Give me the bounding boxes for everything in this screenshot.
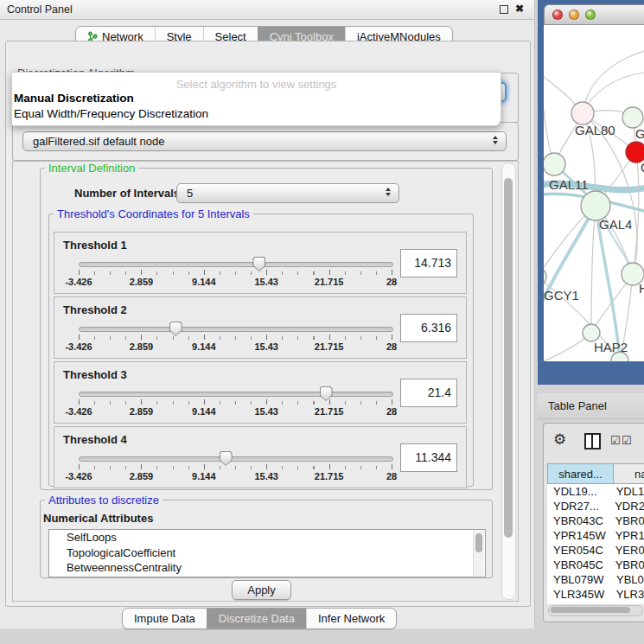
cell-name: YLR3 xyxy=(614,588,644,601)
apply-button[interactable]: Apply xyxy=(232,580,291,600)
network-window-titlebar[interactable] xyxy=(544,4,644,25)
table-row[interactable]: YIL052CYIL0 xyxy=(547,602,644,604)
cell-name: YBR0 xyxy=(613,514,644,527)
close-traffic-light-icon[interactable] xyxy=(552,10,563,20)
node-label: GAL4 xyxy=(599,217,632,232)
vertical-scrollbar-thumb[interactable] xyxy=(504,178,513,538)
tab-label: Impute Data xyxy=(134,612,195,625)
cell-shared-name: YDL19... xyxy=(547,485,614,498)
interval-definition-title: Interval Definition xyxy=(45,162,138,175)
table-panel-title: Table Panel xyxy=(548,399,607,412)
threshold-row: Threshold 2-3.4262.8599.14415.4321.71528… xyxy=(54,296,467,359)
threshold-value-field[interactable]: 6.316 xyxy=(400,314,457,342)
network-node[interactable] xyxy=(581,191,610,220)
popup-hint: Select algorithm to view settings xyxy=(12,73,501,91)
minimize-traffic-light-icon[interactable] xyxy=(569,10,579,20)
bottom-tab-strip: Impute DataDiscretize DataInfer Network xyxy=(122,608,397,629)
float-icon[interactable] xyxy=(500,5,508,14)
slider-major-ticks xyxy=(79,399,392,405)
table-row[interactable]: YPR145WYPR1 xyxy=(547,528,644,543)
threshold-slider[interactable]: -3.4262.8599.14415.4321.71528 xyxy=(79,257,392,291)
number-of-intervals-combobox[interactable]: 5 xyxy=(176,183,399,203)
table-row[interactable]: YBR045CYBR0 xyxy=(547,558,644,572)
table-row[interactable]: YBL079WYBL0 xyxy=(547,572,644,587)
scale-tick-label: -3.426 xyxy=(65,471,92,481)
scale-tick-label: 21.715 xyxy=(315,277,344,287)
scale-tick-label: 28 xyxy=(386,341,397,352)
popup-item[interactable]: Equal Width/Frequency Discretization xyxy=(12,106,501,122)
network-node[interactable] xyxy=(571,102,594,124)
attribute-list-item[interactable]: SelfLoops xyxy=(49,530,485,545)
network-canvas[interactable]: GAL80GACGAL11GAL4GCY1HHAP2 xyxy=(544,25,644,361)
numerical-attributes-list[interactable]: SelfLoopsTopologicalCoefficientBetweenne… xyxy=(48,529,486,577)
threshold-value-field[interactable]: 14.713 xyxy=(400,249,457,277)
slider-track[interactable] xyxy=(79,456,393,462)
slider-scale: -3.4262.8599.14415.4321.71528 xyxy=(79,406,392,418)
table-row[interactable]: YLR345WYLR3 xyxy=(547,587,644,602)
panel-title: Control Panel xyxy=(7,3,73,16)
slider-scale: -3.4262.8599.14415.4321.71528 xyxy=(79,471,392,483)
column-header-name[interactable]: na xyxy=(614,463,644,484)
scale-tick-label: 9.144 xyxy=(192,341,216,352)
popup-item[interactable]: Manual Discretization xyxy=(12,91,501,106)
scale-tick-label: 9.144 xyxy=(192,277,216,287)
close-icon[interactable]: ✖ xyxy=(515,3,524,15)
attribute-list-item[interactable]: TopologicalCoefficient xyxy=(49,545,485,561)
table-row[interactable]: YDR27...YDR2 xyxy=(547,499,644,513)
network-node[interactable] xyxy=(583,324,600,341)
cell-name: YDR2 xyxy=(612,500,644,513)
node-label: GCY1 xyxy=(544,288,579,303)
slider-track[interactable] xyxy=(79,327,393,332)
popup-item-list: Manual DiscretizationEqual Width/Frequen… xyxy=(12,91,501,122)
horizontal-scrollbar[interactable] xyxy=(548,605,643,616)
slider-track[interactable] xyxy=(79,392,393,397)
numerical-attributes-label: Numerical Attributes xyxy=(43,512,153,525)
columns-icon[interactable] xyxy=(584,433,601,450)
control-panel-titlebar: Control Panel ✖ xyxy=(0,0,534,20)
threshold-rows: Threshold 1-3.4262.8599.14415.4321.71528… xyxy=(54,232,467,491)
scale-tick-label: -3.426 xyxy=(65,277,92,287)
tab-impute-data[interactable]: Impute Data xyxy=(123,609,207,628)
gear-icon[interactable]: ⚙ xyxy=(553,430,566,449)
table-data-combobox[interactable]: galFiltered.sif default node xyxy=(22,131,507,151)
scale-tick-label: 2.859 xyxy=(130,277,154,287)
threshold-value-field[interactable]: 21.4 xyxy=(400,379,457,407)
scale-tick-label: 15.43 xyxy=(254,341,278,352)
threshold-value-field[interactable]: 11.344 xyxy=(400,443,457,472)
cell-shared-name: YER054C xyxy=(547,544,613,557)
tab-discretize-data[interactable]: Discretize Data xyxy=(207,609,306,628)
node-label: GA xyxy=(635,126,644,141)
attributes-list-scrollbar[interactable] xyxy=(473,531,484,576)
table-row[interactable]: YBR043CYBR0 xyxy=(547,513,644,528)
cell-name: YIL0 xyxy=(614,603,640,604)
cell-name: YBL0 xyxy=(614,573,644,586)
column-header-shared[interactable]: shared... xyxy=(547,463,614,484)
threshold-slider[interactable]: -3.4262.8599.14415.4321.71528 xyxy=(79,451,392,486)
slider-track[interactable] xyxy=(79,262,393,267)
table-row[interactable]: YDL19...YDL1 xyxy=(547,484,644,499)
scale-tick-label: 28 xyxy=(386,277,397,287)
threshold-row: Threshold 1-3.4262.8599.14415.4321.71528… xyxy=(54,232,467,294)
node-label: GAL80 xyxy=(575,123,615,137)
algorithm-dropdown-popup: Select algorithm to view settings Manual… xyxy=(11,72,501,126)
horizontal-scrollbar-thumb[interactable] xyxy=(551,607,630,613)
network-node[interactable] xyxy=(622,107,643,128)
scale-tick-label: 21.715 xyxy=(315,471,344,481)
checkbox-icon[interactable]: ☑ xyxy=(610,434,621,447)
attribute-list-item[interactable]: BetweennessCentrality xyxy=(49,560,485,576)
table-row[interactable]: YER054CYER0 xyxy=(547,543,644,558)
network-node[interactable] xyxy=(544,153,565,175)
scale-tick-label: 21.715 xyxy=(315,406,344,417)
cell-name: YER0 xyxy=(613,544,644,557)
attributes-group-title: Attributes to discretize xyxy=(45,494,163,507)
tab-infer-network[interactable]: Infer Network xyxy=(306,609,396,628)
table-rows[interactable]: YDL19...YDL1YDR27...YDR2YBR043CYBR0YPR14… xyxy=(547,484,644,604)
threshold-slider[interactable]: -3.4262.8599.14415.4321.71528 xyxy=(79,386,392,421)
number-of-intervals-value: 5 xyxy=(187,187,193,200)
zoom-traffic-light-icon[interactable] xyxy=(585,10,596,20)
scale-tick-label: 2.859 xyxy=(130,406,154,417)
threshold-slider[interactable]: -3.4262.8599.14415.4321.71528 xyxy=(79,322,392,356)
checkbox-icon[interactable]: ☑ xyxy=(622,434,632,447)
slider-scale: -3.4262.8599.14415.4321.71528 xyxy=(79,341,392,354)
scale-tick-label: 28 xyxy=(386,406,397,417)
